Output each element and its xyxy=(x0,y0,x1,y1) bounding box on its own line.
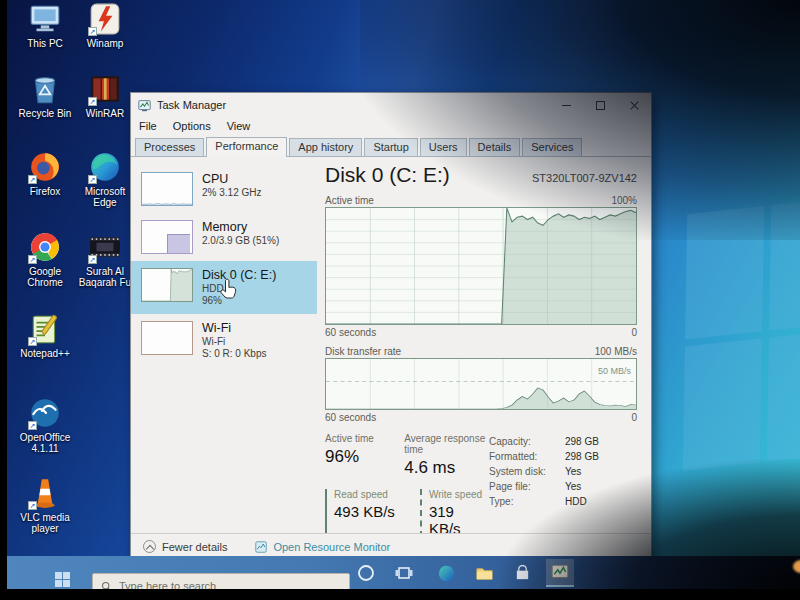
active-time-xleft: 60 seconds xyxy=(325,327,376,338)
edge-icon: ↗ xyxy=(88,150,122,184)
minimize-button[interactable] xyxy=(549,93,583,117)
firefox-icon: ↗ xyxy=(28,150,62,184)
chevron-up-circle-icon xyxy=(143,540,156,553)
close-button[interactable] xyxy=(617,93,651,117)
menu-options[interactable]: Options xyxy=(173,120,211,132)
resource-monitor-icon xyxy=(255,541,267,553)
disk-stats: Active time 96% Average response time 4.… xyxy=(325,433,637,548)
desktop-icon-microsoft-edge[interactable]: ↗ Microsoft Edge xyxy=(75,150,135,208)
file-explorer-icon[interactable] xyxy=(470,559,498,587)
tab-details[interactable]: Details xyxy=(469,138,521,156)
active-time-chart-label: Active time xyxy=(325,195,374,206)
task-manager-icon xyxy=(138,99,151,112)
cortana-icon[interactable] xyxy=(352,559,380,587)
openoffice-icon: ↗ xyxy=(28,396,62,430)
edge-taskbar-icon[interactable] xyxy=(432,559,460,587)
sidebar-item-memory[interactable]: Memory 2.0/3.9 GB (51%) xyxy=(131,213,317,261)
tab-startup[interactable]: Startup xyxy=(364,138,417,156)
active-time-chart xyxy=(325,207,637,325)
winamp-icon: ↗ xyxy=(88,2,122,36)
desktop-icon-winamp[interactable]: ↗ Winamp xyxy=(75,2,135,49)
desktop-icon-label: VLC media player xyxy=(15,512,75,534)
desktop-icon-label: This PC xyxy=(15,38,75,49)
desktop-icon-label: Firefox xyxy=(15,186,75,197)
stat-average-response-time: Average response time 4.6 ms xyxy=(404,433,489,478)
fewer-details-button[interactable]: Fewer details xyxy=(143,540,227,553)
shortcut-arrow-icon: ↗ xyxy=(88,27,97,36)
chrome-icon: ↗ xyxy=(28,230,62,264)
desktop-icon-label: Winamp xyxy=(75,38,135,49)
active-time-xright: 0 xyxy=(631,327,637,338)
active-time-ymax: 100% xyxy=(611,195,637,206)
taskbar-search-box[interactable]: Type here to search xyxy=(92,573,350,589)
search-icon xyxy=(101,581,112,590)
disk-mini-graph xyxy=(141,268,193,302)
memory-mini-graph xyxy=(141,220,193,254)
notepad-plus-plus-icon: ↗ xyxy=(28,312,62,346)
desktop-icon-recycle-bin[interactable]: Recycle Bin xyxy=(15,72,75,119)
desktop-icon-label: Notepad++ xyxy=(15,348,75,359)
tab-users[interactable]: Users xyxy=(420,138,467,156)
windows-logo-wallpaper xyxy=(683,197,800,470)
tab-performance[interactable]: Performance xyxy=(206,137,287,157)
cpu-mini-graph xyxy=(141,172,193,206)
transfer-rate-chart-label: Disk transfer rate xyxy=(325,346,401,357)
title-bar[interactable]: Task Manager xyxy=(131,93,651,117)
desktop-icon-firefox[interactable]: ↗ Firefox xyxy=(15,150,75,197)
store-icon[interactable] xyxy=(508,559,536,587)
video-file-icon: ↗ xyxy=(88,230,122,264)
desktop: This PC ↗ Winamp Recycle Bin ↗ WinRAR xyxy=(7,0,800,589)
shortcut-arrow-icon: ↗ xyxy=(28,255,37,264)
desktop-icon-vlc[interactable]: ↗ VLC media player xyxy=(15,476,75,534)
desktop-icon-openoffice[interactable]: ↗ OpenOffice 4.1.11 xyxy=(15,396,75,454)
performance-sidebar: CPU 2% 3.12 GHz Memory 2.0/3.9 GB (51%) xyxy=(131,159,317,533)
menu-view[interactable]: View xyxy=(227,120,251,132)
disk-detail-panel: Disk 0 (C: E:) ST320LT007-9ZV142 Active … xyxy=(317,159,651,533)
desktop-icon-this-pc[interactable]: This PC xyxy=(15,2,75,49)
menu-bar: File Options View xyxy=(131,117,651,135)
taskbar: Type here to search xyxy=(7,556,800,589)
recycle-bin-icon xyxy=(28,72,62,106)
task-view-icon[interactable] xyxy=(390,559,418,587)
mouse-cursor-hand xyxy=(219,278,239,300)
tab-bar: Processes Performance App history Startu… xyxy=(131,135,651,157)
stat-write-speed: Write speed 319 KB/s xyxy=(420,489,489,537)
desktop-icon-label: Recycle Bin xyxy=(15,108,75,119)
desktop-icon-label: Microsoft Edge xyxy=(75,186,135,208)
wifi-mini-graph xyxy=(141,321,193,355)
desktop-icon-surah-video[interactable]: ↗ Surah Al Baqarah Fu xyxy=(75,230,135,288)
tab-processes[interactable]: Processes xyxy=(135,138,204,156)
transfer-rate-xright: 0 xyxy=(631,412,637,423)
menu-file[interactable]: File xyxy=(139,120,157,132)
tab-services[interactable]: Services xyxy=(522,138,582,156)
this-pc-icon xyxy=(28,2,62,36)
photo-stage: This PC ↗ Winamp Recycle Bin ↗ WinRAR xyxy=(0,0,800,600)
start-button[interactable] xyxy=(55,572,70,587)
sidebar-item-wifi[interactable]: Wi-Fi Wi-Fi S: 0 R: 0 Kbps xyxy=(131,314,317,367)
task-manager-taskbar-icon[interactable] xyxy=(546,559,574,587)
desktop-icon-notepad-plus-plus[interactable]: ↗ Notepad++ xyxy=(15,312,75,359)
vlc-icon: ↗ xyxy=(28,476,62,510)
winrar-icon: ↗ xyxy=(88,72,122,106)
maximize-button[interactable] xyxy=(583,93,617,117)
task-manager-window: Task Manager File Options View Processes… xyxy=(130,92,652,560)
sidebar-item-cpu[interactable]: CPU 2% 3.12 GHz xyxy=(131,165,317,213)
performance-panel: CPU 2% 3.12 GHz Memory 2.0/3.9 GB (51%) xyxy=(131,159,651,533)
desktop-icon-winrar[interactable]: ↗ WinRAR xyxy=(75,72,135,119)
shortcut-arrow-icon: ↗ xyxy=(88,255,97,264)
shortcut-arrow-icon: ↗ xyxy=(28,175,37,184)
search-placeholder: Type here to search xyxy=(119,580,216,589)
disk-model: ST320LT007-9ZV142 xyxy=(532,172,637,184)
shortcut-arrow-icon: ↗ xyxy=(88,97,97,106)
panel-title: Disk 0 (C: E:) xyxy=(325,163,450,187)
shortcut-arrow-icon: ↗ xyxy=(28,421,37,430)
shortcut-arrow-icon: ↗ xyxy=(28,337,37,346)
desktop-icon-google-chrome[interactable]: ↗ Google Chrome xyxy=(15,230,75,288)
tab-app-history[interactable]: App history xyxy=(289,138,362,156)
shortcut-arrow-icon: ↗ xyxy=(88,175,97,184)
open-resource-monitor-link[interactable]: Open Resource Monitor xyxy=(255,541,390,553)
desktop-icon-label: OpenOffice 4.1.11 xyxy=(15,432,75,454)
shortcut-arrow-icon: ↗ xyxy=(28,501,37,510)
stat-read-speed: Read speed 493 KB/s xyxy=(325,489,420,537)
stat-active-time: Active time 96% xyxy=(325,433,404,478)
